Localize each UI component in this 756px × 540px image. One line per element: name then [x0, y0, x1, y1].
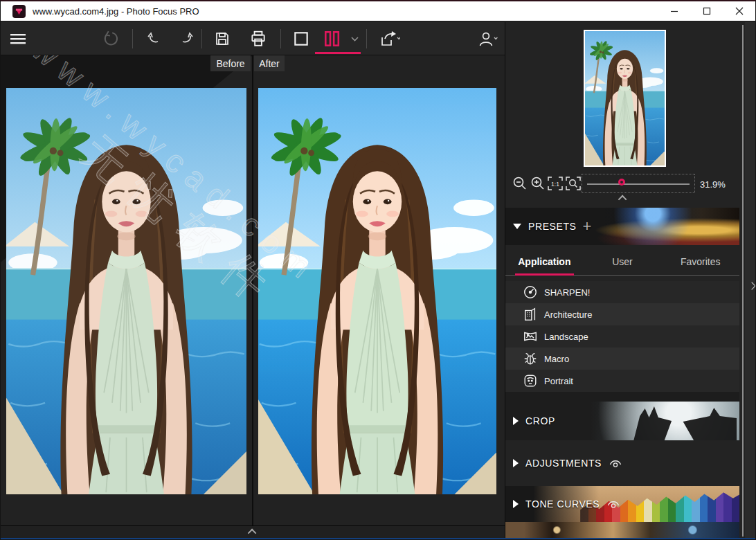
undo-icon[interactable] — [142, 22, 165, 55]
before-tab-label: Before — [216, 58, 244, 69]
app-window: www.wycad.com4.jpg - Photo Focus PRO — [0, 0, 756, 540]
preset-item-landscape[interactable]: Landscape — [505, 325, 739, 348]
crop-art-hand — [677, 406, 737, 440]
actual-size-icon[interactable]: 1:1 — [546, 174, 564, 192]
reset-icon[interactable] — [99, 22, 123, 55]
collapsed-triangle-icon — [513, 500, 519, 508]
toolbar-separator — [132, 29, 133, 48]
bug-icon — [523, 351, 538, 366]
crop-title: CROP — [525, 415, 555, 426]
crop-art-hand — [624, 406, 676, 440]
filmstrip-collapse-bar[interactable] — [1, 525, 505, 538]
close-button[interactable] — [723, 1, 755, 21]
preview-eye-icon[interactable] — [609, 458, 622, 468]
add-preset-button[interactable]: + — [583, 222, 592, 231]
preset-label: Portrait — [544, 376, 573, 386]
tab-user[interactable]: User — [584, 248, 662, 275]
save-icon[interactable] — [210, 22, 235, 55]
preset-label: Architecture — [544, 309, 592, 320]
zoom-percent-label: 31.9% — [700, 179, 726, 190]
preview-eye-icon[interactable] — [606, 499, 620, 509]
preset-label: Landscape — [544, 332, 588, 342]
thumbnail-photo — [585, 31, 665, 165]
collapsed-triangle-icon — [513, 459, 519, 467]
presets-tabs: Application User Favorites — [505, 248, 739, 276]
after-image-pane[interactable] — [258, 88, 496, 494]
zoom-slider-track[interactable] — [587, 183, 690, 185]
expand-triangle-icon — [513, 224, 521, 229]
preset-item-portrait[interactable]: Portrait — [505, 370, 739, 392]
preset-label: SHARPEN! — [544, 287, 590, 298]
window-controls — [658, 1, 755, 21]
panorama-icon — [523, 329, 538, 344]
maximize-button[interactable] — [690, 1, 723, 21]
panel-gap — [505, 392, 739, 402]
before-image-pane[interactable] — [6, 88, 246, 494]
minimize-button[interactable] — [658, 1, 690, 21]
zoom-slider[interactable] — [582, 174, 695, 193]
chevron-up-icon — [247, 529, 256, 538]
tab-favorites-label: Favorites — [681, 256, 721, 267]
pane-divider[interactable] — [252, 55, 253, 525]
preset-item-sharpen[interactable]: SHARPEN! — [505, 281, 739, 303]
after-tab-label: After — [259, 58, 280, 69]
panel-header-crop[interactable]: CROP — [505, 402, 739, 440]
editor-canvas: Before After www.wycad.com 无忧软件 — [1, 55, 505, 525]
after-photo — [258, 88, 496, 494]
face-icon — [523, 373, 538, 388]
chevron-right-icon — [748, 282, 755, 289]
app-logo-icon — [12, 5, 26, 18]
chevron-up-icon — [618, 195, 627, 204]
tab-application-label: Application — [518, 256, 570, 267]
single-view-icon[interactable] — [287, 22, 315, 55]
tab-favorites[interactable]: Favorites — [661, 248, 739, 275]
window-title: www.wycad.com4.jpg - Photo Focus PRO — [33, 6, 199, 17]
tab-application[interactable]: Application — [505, 248, 584, 275]
before-photo — [6, 88, 246, 494]
toolbar-separator — [280, 29, 281, 48]
titlebar: www.wycad.com4.jpg - Photo Focus PRO — [1, 1, 755, 21]
preset-item-macro[interactable]: Macro — [505, 348, 739, 370]
redo-icon[interactable] — [175, 22, 199, 55]
tab-after[interactable]: After — [254, 55, 285, 71]
ratio-label: 1:1 — [551, 181, 559, 188]
share-icon[interactable] — [373, 22, 406, 55]
zoom-slider-knob[interactable] — [618, 179, 625, 186]
building-icon — [523, 307, 538, 322]
preset-label: Macro — [544, 354, 569, 364]
account-icon[interactable] — [473, 22, 503, 55]
sidebar-scrollbar[interactable] — [742, 25, 744, 537]
preset-item-architecture[interactable]: Architecture — [505, 303, 739, 325]
fit-screen-icon[interactable] — [564, 174, 582, 192]
panel-header-tone-curves[interactable]: TONE CURVES — [505, 486, 739, 522]
presets-title: PRESETS — [528, 221, 577, 232]
navigator-thumbnail[interactable] — [584, 30, 666, 167]
sidebar-collapse-chevron[interactable] — [747, 280, 756, 292]
panel-header-presets[interactable]: PRESETS + — [505, 208, 739, 245]
tab-user-label: User — [612, 256, 633, 267]
tone-curves-art-pencils — [580, 486, 739, 522]
right-sidebar: 1:1 31.9% PRESETS + Application Use — [505, 22, 756, 538]
split-view-icon[interactable] — [318, 22, 347, 55]
zoom-out-icon[interactable] — [511, 174, 528, 192]
toolbar — [1, 22, 505, 55]
zoom-in-icon[interactable] — [529, 174, 546, 192]
gauge-icon — [523, 285, 538, 300]
preset-list: SHARPEN! Architecture Landscape — [505, 281, 739, 392]
navigator-collapse-chevron[interactable] — [609, 193, 637, 203]
collapsed-triangle-icon — [513, 417, 519, 425]
menu-icon[interactable] — [6, 22, 30, 55]
toolbar-separator — [366, 29, 367, 48]
next-panel-art[interactable] — [505, 522, 739, 538]
tone-curves-title: TONE CURVES — [525, 498, 600, 510]
panel-header-adjustments[interactable]: ADJUSTMENTS — [505, 443, 739, 483]
tab-before[interactable]: Before — [210, 55, 251, 71]
adjustments-title: ADJUSTMENTS — [525, 458, 602, 469]
print-icon[interactable] — [244, 22, 272, 55]
toolbar-separator — [201, 29, 202, 48]
active-view-underline — [315, 52, 361, 54]
view-mode-chevron-down-icon[interactable] — [347, 22, 362, 55]
